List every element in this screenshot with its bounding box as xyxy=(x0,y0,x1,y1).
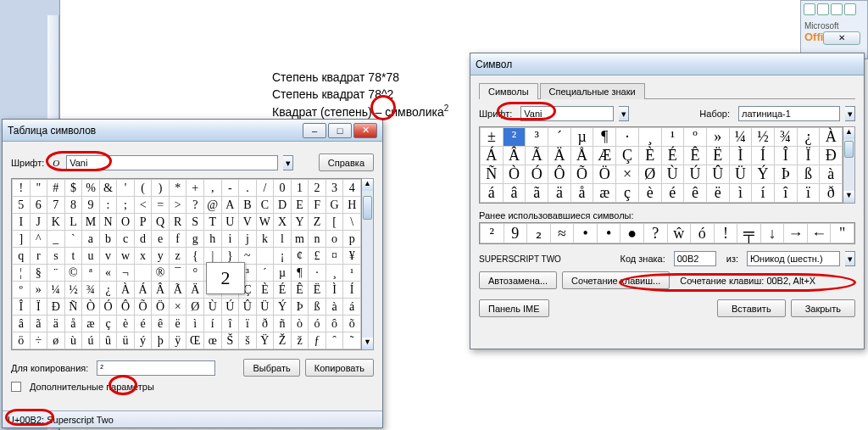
char-cell[interactable]: ê xyxy=(152,316,170,332)
autocorrect-button[interactable]: Автозамена... xyxy=(479,271,557,289)
char-cell[interactable]: S xyxy=(186,214,204,231)
char-cell[interactable]: Z xyxy=(309,214,326,231)
recent-char-cell[interactable]: ↓ xyxy=(760,224,784,243)
char-cell[interactable]: : xyxy=(99,197,117,214)
char-cell[interactable]: â xyxy=(13,316,31,332)
char-cell[interactable]: { xyxy=(186,248,204,265)
char-cell[interactable]: ½ xyxy=(64,282,82,299)
char-cell[interactable]: Ð xyxy=(820,147,843,165)
font-select[interactable] xyxy=(66,155,278,170)
char-cell[interactable]: 6 xyxy=(30,197,47,214)
char-cell[interactable]: ' xyxy=(117,180,135,197)
char-cell[interactable]: Â xyxy=(503,147,526,165)
char-cell[interactable]: Ò xyxy=(503,165,526,184)
char-cell[interactable]: ì xyxy=(186,316,204,332)
char-cell[interactable]: ¿ xyxy=(99,282,117,299)
chevron-down-icon[interactable]: ▾ xyxy=(619,106,629,121)
charmap-grid[interactable]: !"#$%&'()*+,-./0123456789:;<=>?@ABCDEFGH… xyxy=(11,178,362,350)
help-button[interactable]: Справка xyxy=(319,154,374,171)
char-cell[interactable]: G xyxy=(326,197,343,214)
recent-char-cell[interactable]: ² xyxy=(481,224,504,243)
recent-char-cell[interactable]: ó xyxy=(691,224,715,243)
char-cell[interactable]: \ xyxy=(343,214,361,231)
char-cell[interactable]: Ù xyxy=(204,299,222,316)
char-cell[interactable]: Û xyxy=(706,165,729,184)
scroll-up-icon[interactable]: ▲ xyxy=(843,127,854,139)
char-cell[interactable]: F xyxy=(309,197,326,214)
char-cell[interactable]: ¾ xyxy=(82,282,100,299)
char-cell[interactable]: Ê xyxy=(291,282,309,299)
symbol-grid[interactable]: ±²³´µ¶·¸¹º»¼½¾¿ÀÁÂÃÄÅÆÇÈÉÊËÌÍÎÏÐÑÒÓÔÕÖ×Ø… xyxy=(479,126,843,204)
char-cell[interactable]: Ž xyxy=(274,332,292,349)
recent-char-cell[interactable]: ŵ xyxy=(667,224,691,243)
char-cell[interactable]: Á xyxy=(481,147,504,165)
char-cell[interactable]: @ xyxy=(204,197,222,214)
char-cell[interactable]: ¬ xyxy=(117,265,135,282)
recent-char-cell[interactable]: ╤ xyxy=(737,224,761,243)
tab-symbols[interactable]: Символы xyxy=(479,83,538,99)
maximize-button[interactable]: □ xyxy=(328,123,352,138)
char-cell[interactable]: ß xyxy=(797,165,820,184)
char-cell[interactable]: © xyxy=(64,265,82,282)
from-select[interactable] xyxy=(747,251,840,266)
char-cell[interactable]: ª xyxy=(82,265,100,282)
chevron-down-icon[interactable]: ▾ xyxy=(845,251,855,266)
char-cell[interactable]: Ë xyxy=(309,282,326,299)
recent-char-cell[interactable]: ₂ xyxy=(527,224,551,243)
char-cell[interactable]: 4 xyxy=(343,180,361,197)
char-cell[interactable]: g xyxy=(186,231,204,248)
char-cell[interactable]: í xyxy=(204,316,222,332)
char-cell[interactable]: 1 xyxy=(291,180,309,197)
char-cell[interactable]: Î xyxy=(13,299,31,316)
char-cell[interactable]: # xyxy=(47,180,65,197)
char-cell[interactable]: ° xyxy=(186,265,204,282)
char-cell[interactable]: w xyxy=(117,248,135,265)
char-cell[interactable]: K xyxy=(47,214,65,231)
insert-button[interactable]: Вставить xyxy=(717,299,786,317)
char-cell[interactable]: r xyxy=(30,248,47,265)
char-cell[interactable]: i xyxy=(221,231,239,248)
char-cell[interactable]: Ë xyxy=(706,147,729,165)
char-cell[interactable]: Ã xyxy=(169,282,186,299)
char-cell[interactable] xyxy=(256,248,274,265)
char-cell[interactable]: ž xyxy=(291,332,309,349)
char-cell[interactable]: M xyxy=(82,214,100,231)
char-cell[interactable]: , xyxy=(204,180,222,197)
char-cell[interactable]: ¿ xyxy=(797,128,820,147)
char-cell[interactable]: 9 xyxy=(82,197,100,214)
char-cell[interactable]: ê xyxy=(684,184,707,203)
char-cell[interactable]: ! xyxy=(13,180,31,197)
shortcut-button[interactable]: Сочетание клавиш... xyxy=(562,271,670,289)
panel-icon[interactable] xyxy=(804,3,815,15)
char-cell[interactable]: 2 xyxy=(309,180,326,197)
copy-field[interactable] xyxy=(97,360,215,376)
char-cell[interactable]: ­ xyxy=(134,265,152,282)
scroll-down-icon[interactable]: ▼ xyxy=(362,338,373,349)
char-cell[interactable]: p xyxy=(343,231,361,248)
char-cell[interactable]: a xyxy=(82,231,100,248)
char-cell[interactable]: c xyxy=(117,231,135,248)
char-cell[interactable]: ì xyxy=(729,184,752,203)
char-cell[interactable]: Í xyxy=(752,147,775,165)
char-cell[interactable]: ¯ xyxy=(169,265,186,282)
char-cell[interactable]: ¤ xyxy=(326,248,343,265)
char-cell[interactable]: ` xyxy=(64,231,82,248)
char-cell[interactable]: ˜ xyxy=(343,332,361,349)
char-cell[interactable]: H xyxy=(343,197,361,214)
scrollbar[interactable]: ▲ ▼ xyxy=(843,126,855,204)
char-cell[interactable]: ¥ xyxy=(343,248,361,265)
char-cell[interactable]: ¶ xyxy=(291,265,309,282)
char-cell[interactable]: È xyxy=(256,282,274,299)
char-cell[interactable]: ç xyxy=(99,316,117,332)
char-cell[interactable]: » xyxy=(30,282,47,299)
char-cell[interactable]: Ö xyxy=(152,299,170,316)
char-cell[interactable]: s xyxy=(47,248,65,265)
minimize-button[interactable]: – xyxy=(303,123,326,138)
char-cell[interactable]: d xyxy=(134,231,152,248)
recent-char-cell[interactable]: ≈ xyxy=(550,224,574,243)
char-cell[interactable]: ¨ xyxy=(47,265,65,282)
char-cell[interactable]: » xyxy=(706,128,729,147)
char-cell[interactable]: Ñ xyxy=(481,165,504,184)
char-cell[interactable]: ý xyxy=(134,332,152,349)
char-cell[interactable]: À xyxy=(117,282,135,299)
